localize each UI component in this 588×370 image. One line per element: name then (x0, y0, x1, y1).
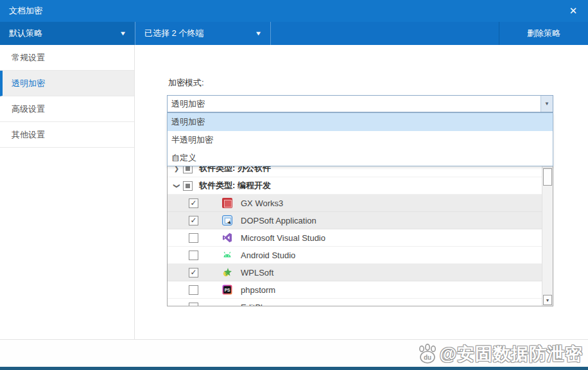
editplus-icon (222, 302, 232, 306)
app-label: WPLSoft (241, 268, 273, 278)
app-label: DOPSoft Application (241, 216, 316, 225)
gx-works3-icon (222, 198, 232, 208)
policy-dropdown[interactable]: 默认策略 ▼ (0, 22, 135, 45)
select-dropdown-button[interactable]: ▼ (540, 96, 553, 112)
app-checkbox[interactable] (189, 303, 198, 307)
settings-sidebar: 常规设置透明加密高级设置其他设置 (0, 45, 135, 339)
software-list: ❯软件类型: 办公软件❯软件类型: 编程开发✓GX Works3✓DOPSoft… (167, 159, 553, 306)
app-checkbox[interactable]: ✓ (189, 268, 198, 278)
chevron-down-icon: ▼ (119, 30, 127, 37)
terminals-dropdown-label: 已选择 2 个终端 (144, 28, 203, 39)
software-row-6[interactable]: ✓WPLSoft (168, 264, 553, 281)
android-studio-icon (222, 250, 232, 260)
phpstorm-icon: PS (222, 285, 232, 295)
app-checkbox[interactable]: ✓ (189, 198, 198, 208)
scrollbar[interactable]: ▼ (542, 160, 553, 306)
encrypt-mode-select[interactable]: 透明加密 ▼ (167, 95, 553, 112)
delete-policy-label: 删除策略 (527, 28, 560, 39)
chevron-expanded-icon[interactable]: ❯ (173, 182, 180, 189)
window-title: 文档加密 (9, 5, 42, 17)
encrypt-mode-option-2[interactable]: 自定义 (168, 149, 553, 167)
checkmark-icon: ✓ (190, 199, 196, 207)
software-row-5[interactable]: Android Studio (168, 247, 553, 264)
software-row-1[interactable]: ❯软件类型: 编程开发 (168, 177, 553, 195)
dopsoft-icon (222, 215, 232, 225)
sidebar-item-label: 常规设置 (12, 52, 45, 64)
app-label: Microsoft Visual Studio (241, 233, 325, 243)
app-checkbox[interactable] (189, 285, 198, 295)
app-checkbox[interactable] (189, 251, 198, 260)
sidebar-item-label: 透明加密 (12, 78, 45, 89)
encrypt-mode-option-0[interactable]: 透明加密 (168, 113, 553, 131)
policy-dropdown-label: 默认策略 (9, 28, 42, 39)
app-label: GX Works3 (241, 198, 283, 208)
software-row-4[interactable]: Microsoft Visual Studio (168, 229, 553, 247)
sidebar-item-3[interactable]: 其他设置 (0, 122, 134, 148)
indeterminate-mark-icon (186, 184, 190, 188)
delete-policy-button[interactable]: 删除策略 (499, 22, 588, 45)
software-row-2[interactable]: ✓GX Works3 (168, 195, 553, 212)
app-label: Android Studio (241, 251, 295, 260)
sidebar-item-0[interactable]: 常规设置 (0, 45, 134, 71)
terminals-dropdown[interactable]: 已选择 2 个终端 ▼ (135, 22, 270, 45)
chevron-down-icon: ▼ (544, 101, 549, 107)
visual-studio-icon (222, 233, 232, 243)
toolbar-spacer (270, 22, 499, 45)
software-row-8[interactable]: EditPlus (168, 299, 553, 306)
sidebar-item-2[interactable]: 高级设置 (0, 96, 134, 122)
sidebar-item-label: 高级设置 (12, 103, 45, 115)
sidebar-item-label: 其他设置 (12, 129, 45, 141)
bottom-bar (0, 367, 588, 370)
scrollbar-down-button[interactable]: ▼ (543, 295, 552, 305)
scrollbar-thumb[interactable] (543, 168, 552, 186)
encrypt-mode-options: 透明加密半透明加密自定义 (167, 112, 553, 166)
wplsoft-icon (222, 267, 232, 278)
app-label: EditPlus (241, 303, 272, 307)
software-rows: ❯软件类型: 办公软件❯软件类型: 编程开发✓GX Works3✓DOPSoft… (168, 160, 553, 306)
app-checkbox[interactable] (189, 233, 198, 243)
encrypt-mode-option-1[interactable]: 半透明加密 (168, 131, 553, 149)
encrypt-mode-label: 加密模式: (168, 77, 204, 89)
toolbar: 默认策略 ▼ 已选择 2 个终端 ▼ 删除策略 (0, 22, 588, 45)
app-checkbox[interactable]: ✓ (189, 216, 198, 225)
sidebar-item-1[interactable]: 透明加密 (0, 71, 134, 96)
software-row-3[interactable]: ✓DOPSoft Application (168, 212, 553, 229)
checkmark-icon: ✓ (190, 216, 196, 224)
chevron-down-icon: ▼ (255, 30, 263, 37)
category-checkbox[interactable] (183, 181, 193, 191)
category-label: 软件类型: 编程开发 (199, 180, 271, 191)
checkmark-icon: ✓ (190, 269, 196, 276)
encrypt-mode-value: 透明加密 (168, 98, 540, 110)
svg-text:PS: PS (225, 288, 230, 292)
software-row-7[interactable]: PSphpstorm (168, 281, 553, 299)
window-titlebar: 文档加密 ✕ (0, 0, 588, 22)
app-label: phpstorm (241, 285, 275, 295)
footer (0, 339, 588, 367)
close-icon[interactable]: ✕ (565, 4, 582, 18)
